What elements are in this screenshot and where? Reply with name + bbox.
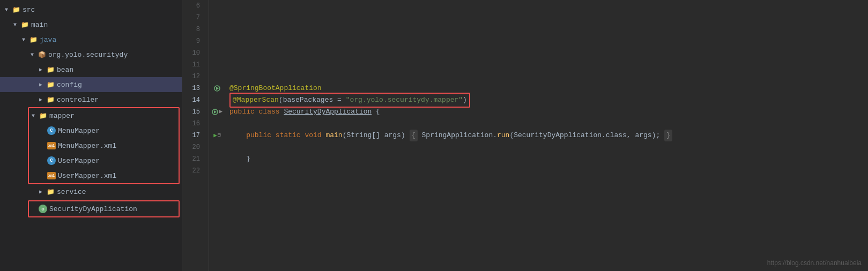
tree-item-menumapper-xml[interactable]: xml MenuMapper.xml <box>29 138 179 153</box>
kw-void: void <box>305 130 325 141</box>
ln-21: 21 <box>182 153 204 165</box>
paren-close2-17: ) <box>652 130 656 141</box>
folder-icon-controller: 📁 <box>46 95 55 104</box>
tree-item-java[interactable]: 📁 java <box>0 32 182 47</box>
paren-close-17: ) <box>401 130 405 141</box>
folder-icon-src: 📁 <box>12 5 20 14</box>
space-17 <box>405 130 410 141</box>
code-line-22 <box>229 165 868 177</box>
tree-item-main[interactable]: 📁 main <box>0 17 182 32</box>
ln-10: 10 <box>182 47 204 59</box>
folder-icon-mapper: 📁 <box>39 111 47 120</box>
code-line-10 <box>229 47 868 59</box>
gutter-21 <box>209 153 225 165</box>
xml-icon-menu: xml <box>47 142 56 149</box>
dot-17: . <box>493 130 497 141</box>
ln-15: 15 <box>182 106 204 118</box>
space2-17 <box>418 130 422 141</box>
inline-box2-17: } <box>664 130 672 141</box>
dotclass-17: .class, <box>602 130 635 141</box>
label-package: org.yolo.securitydy <box>48 51 128 59</box>
gutter: ▶ ▶ ⊟ <box>209 0 225 271</box>
folder-icon-service: 📁 <box>46 187 55 196</box>
brace-close-21: } <box>246 153 250 165</box>
ln-20: 20 <box>182 141 204 153</box>
ln-22: 22 <box>182 165 204 177</box>
code-line-21: } <box>229 153 868 165</box>
indent-17 <box>229 130 246 141</box>
class-string: String <box>346 130 372 141</box>
label-usermapper: UserMapper <box>58 157 100 165</box>
folder-icon-bean: 📁 <box>46 65 55 74</box>
file-tree: 📁 src 📁 main 📁 java 📦 org.yolo.securityd… <box>0 0 182 271</box>
arrow-controller <box>36 95 45 104</box>
tree-item-bean[interactable]: 📁 bean <box>0 62 182 77</box>
kw-public-15: public <box>229 106 259 118</box>
ln-17: 17 <box>182 130 204 141</box>
ln-9: 9 <box>182 35 204 47</box>
ln-7: 7 <box>182 12 204 24</box>
folder-icon-main: 📁 <box>20 20 29 29</box>
watermark: https://blog.csdn.net/nanhuaibeia <box>767 259 862 267</box>
bracket-17: [] <box>372 130 384 141</box>
code-line-12 <box>229 71 868 82</box>
line-numbers: 6 7 8 9 10 11 12 13 14 15 16 17 20 21 22 <box>182 0 209 271</box>
folder-icon-java: 📁 <box>29 35 38 44</box>
gutter-6 <box>209 0 225 12</box>
paren-open-17: ( <box>343 130 347 141</box>
label-menumapper-xml: MenuMapper.xml <box>58 142 116 150</box>
code-line-9 <box>229 35 868 47</box>
param-basepackages: basePackages <box>283 94 333 106</box>
gutter-17: ▶ ⊟ <box>209 130 225 141</box>
label-bean: bean <box>57 66 73 74</box>
ln-6: 6 <box>182 0 204 12</box>
spring-icon: ⚙ <box>39 205 47 213</box>
gutter-11 <box>209 59 225 71</box>
eq-14: = <box>333 94 345 106</box>
ln-12: 12 <box>182 71 204 82</box>
tree-item-src[interactable]: 📁 src <box>0 2 182 17</box>
gutter-16 <box>209 118 225 130</box>
code-line-17: public static void main(String[] args) {… <box>229 130 868 141</box>
brace-open-15: { <box>372 106 380 118</box>
label-java: java <box>40 36 56 44</box>
mapper-icon-menu: C <box>47 126 56 135</box>
arrow-main <box>11 20 19 29</box>
kw-class: class <box>259 106 284 118</box>
tree-item-usermapper[interactable]: C UserMapper <box>29 153 179 168</box>
inline-box-17: { <box>410 130 418 141</box>
code-editor: 6 7 8 9 10 11 12 13 14 15 16 17 20 21 22 <box>182 0 868 271</box>
code-line-14: @MapperScan(basePackages = "org.yolo.sec… <box>229 94 868 106</box>
tree-item-menumapper[interactable]: C MenuMapper <box>29 123 179 138</box>
arrow-java <box>19 35 28 44</box>
tree-item-package[interactable]: 📦 org.yolo.securitydy <box>0 47 182 62</box>
classname-security: SecurityDyApplication <box>284 106 372 118</box>
gutter-15: ▶ <box>209 106 225 118</box>
tree-item-config[interactable]: 📁 config <box>0 77 182 92</box>
tree-item-service[interactable]: 📁 service <box>0 184 182 199</box>
folder-icon-package: 📦 <box>38 50 46 59</box>
gutter-8 <box>209 24 225 35</box>
tree-item-controller[interactable]: 📁 controller <box>0 92 182 107</box>
tree-item-security-app[interactable]: ⚙ SecurityDyApplication <box>29 201 179 216</box>
gutter-10 <box>209 47 225 59</box>
ln-14: 14 <box>182 94 204 106</box>
string-package: "org.yolo.securitydy.mapper" <box>346 94 463 106</box>
method-run: run <box>497 130 509 141</box>
kw-public-17: public <box>246 130 276 141</box>
tree-item-mapper[interactable]: 📁 mapper <box>29 108 179 123</box>
tree-item-usermapper-xml[interactable]: xml UserMapper.xml <box>29 168 179 183</box>
label-main: main <box>31 21 48 29</box>
code-line-20 <box>229 141 868 153</box>
arrow-bean <box>36 65 45 74</box>
code-line-7 <box>229 12 868 24</box>
paren-open2-17: ( <box>509 130 514 141</box>
label-config: config <box>57 81 82 89</box>
code-line-8 <box>229 24 868 35</box>
code-line-11 <box>229 59 868 71</box>
gutter-9 <box>209 35 225 47</box>
gutter-14 <box>209 94 225 106</box>
paren-open-14: ( <box>279 94 283 106</box>
arrow-package <box>28 50 36 59</box>
method-main: main <box>325 130 342 141</box>
